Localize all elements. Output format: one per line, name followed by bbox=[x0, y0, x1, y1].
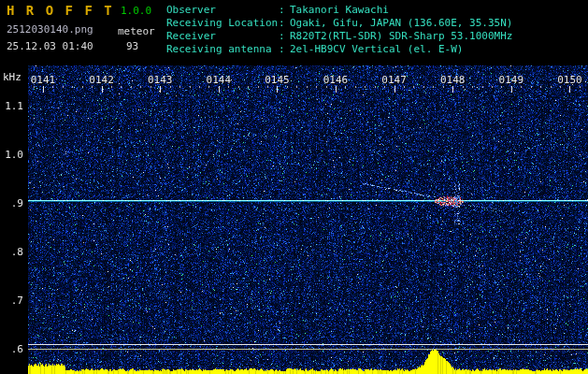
app-title: H R O F F T bbox=[7, 3, 114, 18]
hrofft-output-window: H R O F F T 1.0.0 2512030140.png meteor … bbox=[0, 0, 588, 374]
info-value: R820T2(RTL-SDR) SDR-Sharp 53.1000MHz bbox=[290, 30, 512, 43]
header: H R O F F T 1.0.0 2512030140.png meteor … bbox=[0, 0, 588, 65]
info-row-observer: Observer:Takanori Kawachi bbox=[166, 4, 512, 17]
info-value: 2el-HB9CV Vertical (el. E-W) bbox=[290, 43, 463, 56]
info-separator: : bbox=[279, 43, 290, 56]
info-label: Observer bbox=[166, 4, 279, 17]
info-row-antenna: Receiving antenna:2el-HB9CV Vertical (el… bbox=[166, 43, 512, 56]
info-label: Receiving Location bbox=[166, 17, 279, 30]
info-separator: : bbox=[279, 17, 290, 30]
datetime-label: 25.12.03 01:40 bbox=[7, 40, 93, 52]
info-value: Takanori Kawachi bbox=[290, 4, 389, 17]
info-label: Receiving antenna bbox=[166, 43, 279, 56]
info-separator: : bbox=[279, 30, 290, 43]
info-label: Receiver bbox=[166, 30, 279, 43]
echo-count: 93 bbox=[126, 40, 138, 52]
info-row-location: Receiving Location:Ogaki, Gifu, JAPAN (1… bbox=[166, 17, 512, 30]
info-value: Ogaki, Gifu, JAPAN (136.60E, 35.35N) bbox=[290, 17, 512, 30]
observer-info-block: Observer:Takanori Kawachi Receiving Loca… bbox=[166, 4, 512, 56]
output-filename: 2512030140.png bbox=[7, 23, 93, 36]
info-row-receiver: Receiver:R820T2(RTL-SDR) SDR-Sharp 53.10… bbox=[166, 30, 512, 43]
mode-label: meteor bbox=[118, 25, 155, 37]
info-separator: : bbox=[279, 4, 290, 17]
app-version: 1.0.0 bbox=[121, 5, 151, 17]
